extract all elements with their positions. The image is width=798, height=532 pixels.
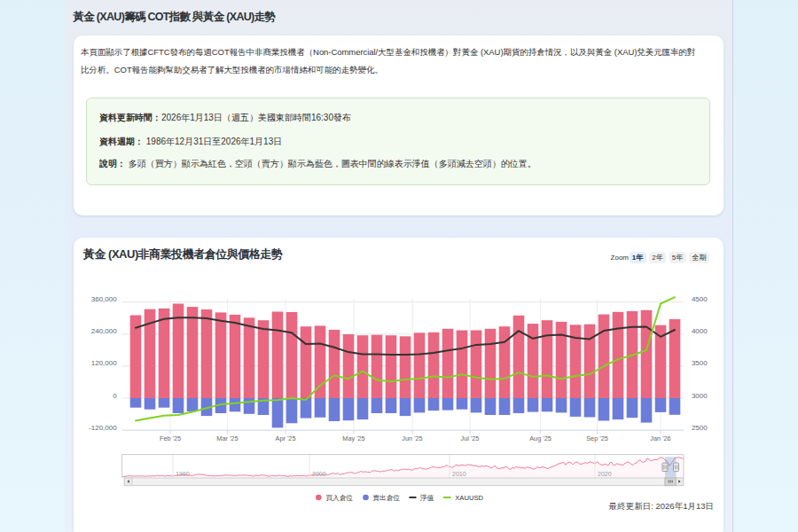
svg-text:Jul '25: Jul '25 xyxy=(461,434,480,442)
svg-text:Feb '25: Feb '25 xyxy=(160,434,181,442)
svg-text:2020: 2020 xyxy=(598,471,612,477)
svg-text:240,000: 240,000 xyxy=(91,327,117,335)
svg-text:1990: 1990 xyxy=(176,471,190,477)
svg-text:賣出倉位: 賣出倉位 xyxy=(373,494,401,502)
svg-text:2500: 2500 xyxy=(692,424,708,432)
svg-text:4000: 4000 xyxy=(692,327,708,335)
svg-text:May '25: May '25 xyxy=(342,434,364,442)
svg-text:2010: 2010 xyxy=(452,471,466,477)
svg-text:Jun '25: Jun '25 xyxy=(402,434,422,442)
svg-text:0: 0 xyxy=(113,392,117,400)
svg-text:買入倉位: 買入倉位 xyxy=(326,494,354,502)
svg-text:淨值: 淨值 xyxy=(420,494,434,502)
svg-text:Jan '26: Jan '26 xyxy=(650,434,670,442)
svg-text:-120,000: -120,000 xyxy=(89,424,117,432)
svg-text:2000: 2000 xyxy=(312,471,326,477)
svg-text:Mar '25: Mar '25 xyxy=(216,434,238,442)
svg-text:Aug '25: Aug '25 xyxy=(529,434,552,442)
svg-text:120,000: 120,000 xyxy=(91,359,117,367)
svg-text:Apr '25: Apr '25 xyxy=(276,434,296,442)
svg-text:3000: 3000 xyxy=(692,392,708,400)
svg-text:4500: 4500 xyxy=(692,295,708,303)
svg-text:XAUUSD: XAUUSD xyxy=(455,494,483,502)
svg-text:Sep '25: Sep '25 xyxy=(586,434,608,442)
svg-text:360,000: 360,000 xyxy=(91,295,117,303)
svg-text:3500: 3500 xyxy=(692,359,708,367)
